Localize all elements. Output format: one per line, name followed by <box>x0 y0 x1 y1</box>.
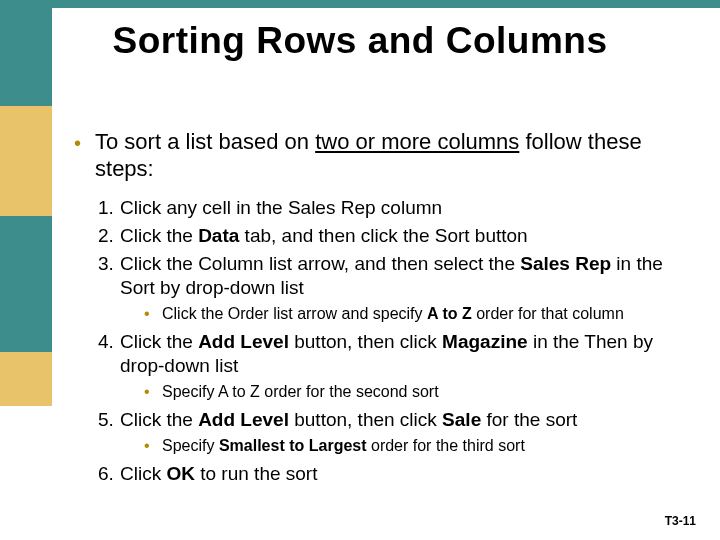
text-fragment: tab, and then click the Sort button <box>239 225 527 246</box>
step-item: 6. Click OK to run the sort <box>98 462 688 486</box>
text-fragment: Click the <box>120 409 198 430</box>
content-area: • To sort a list based on two or more co… <box>74 128 688 490</box>
step-text: Click the Column list arrow, and then se… <box>120 253 663 298</box>
text-fragment: Specify <box>162 437 219 454</box>
step-number: 3. <box>98 252 114 276</box>
text-fragment: button, then click <box>289 409 442 430</box>
bold-text: Sales Rep <box>520 253 611 274</box>
lead-text: To sort a list based on two or more colu… <box>95 128 688 182</box>
sub-item: Specify A to Z order for the second sort <box>144 382 688 402</box>
text-fragment: for the sort <box>481 409 577 430</box>
left-color-strip <box>0 106 52 540</box>
lead-bullet: • To sort a list based on two or more co… <box>74 128 688 182</box>
strip-segment <box>0 352 52 406</box>
step-number: 1. <box>98 196 114 220</box>
strip-segment <box>0 106 52 216</box>
bold-text: A to Z <box>427 305 472 322</box>
step-item: 3. Click the Column list arrow, and then… <box>98 252 688 324</box>
step-item: 5. Click the Add Level button, then clic… <box>98 408 688 456</box>
bullet-icon: • <box>74 130 81 156</box>
step-text: Click the Data tab, and then click the S… <box>120 225 528 246</box>
bold-text: Magazine <box>442 331 528 352</box>
step-number: 5. <box>98 408 114 432</box>
page-title: Sorting Rows and Columns <box>0 20 720 62</box>
text-fragment: To sort a list based on <box>95 129 315 154</box>
strip-segment <box>0 406 52 540</box>
sub-item: Specify Smallest to Largest order for th… <box>144 436 688 456</box>
underlined-text: two or more columns <box>315 129 519 154</box>
slide: Sorting Rows and Columns • To sort a lis… <box>0 0 720 540</box>
step-text: Click the Add Level button, then click M… <box>120 331 653 376</box>
text-fragment: Click the Column list arrow, and then se… <box>120 253 520 274</box>
text-fragment: order for that column <box>472 305 624 322</box>
slide-number: T3-11 <box>665 514 696 528</box>
text-fragment: Click the <box>120 331 198 352</box>
bold-text: Smallest to Largest <box>219 437 367 454</box>
step-item: 4. Click the Add Level button, then clic… <box>98 330 688 402</box>
steps-list: 1. Click any cell in the Sales Rep colum… <box>98 196 688 486</box>
bold-text: Add Level <box>198 409 289 430</box>
step-item: 1. Click any cell in the Sales Rep colum… <box>98 196 688 220</box>
strip-segment <box>0 216 52 352</box>
text-fragment: order for the third sort <box>367 437 525 454</box>
sub-item: Click the Order list arrow and specify A… <box>144 304 688 324</box>
bold-text: OK <box>166 463 195 484</box>
sub-list: Specify Smallest to Largest order for th… <box>144 436 688 456</box>
step-text: Click any cell in the Sales Rep column <box>120 197 442 218</box>
sub-list: Specify A to Z order for the second sort <box>144 382 688 402</box>
bold-text: Sale <box>442 409 481 430</box>
text-fragment: to run the sort <box>195 463 318 484</box>
text-fragment: Click the Order list arrow and specify <box>162 305 427 322</box>
text-fragment: Click <box>120 463 166 484</box>
step-number: 4. <box>98 330 114 354</box>
step-number: 2. <box>98 224 114 248</box>
bold-text: Add Level <box>198 331 289 352</box>
bold-text: Data <box>198 225 239 246</box>
step-text: Click OK to run the sort <box>120 463 317 484</box>
step-number: 6. <box>98 462 114 486</box>
text-fragment: Click the <box>120 225 198 246</box>
step-text: Click the Add Level button, then click S… <box>120 409 577 430</box>
text-fragment: button, then click <box>289 331 442 352</box>
sub-list: Click the Order list arrow and specify A… <box>144 304 688 324</box>
step-item: 2. Click the Data tab, and then click th… <box>98 224 688 248</box>
